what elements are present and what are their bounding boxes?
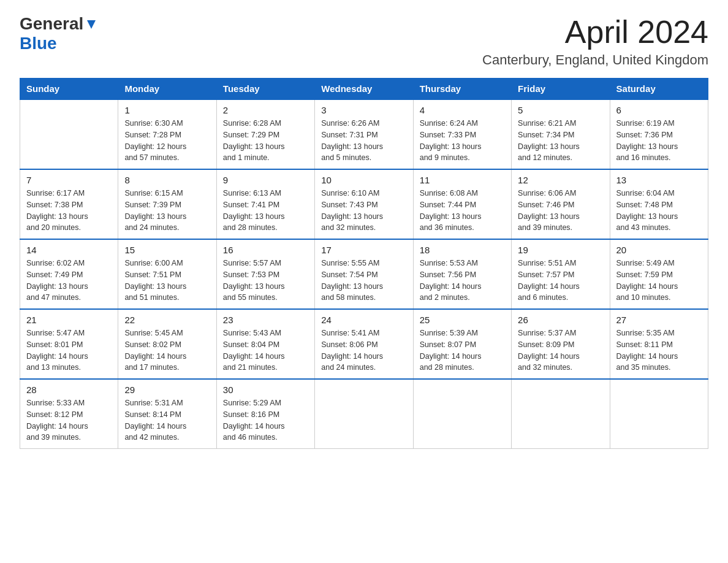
- day-info: Sunrise: 6:19 AM Sunset: 7:36 PM Dayligh…: [616, 118, 702, 164]
- day-info: Sunrise: 6:00 AM Sunset: 7:51 PM Dayligh…: [124, 258, 210, 304]
- day-number: 10: [321, 175, 406, 185]
- day-info: Sunrise: 5:47 AM Sunset: 8:01 PM Dayligh…: [26, 327, 112, 373]
- day-info: Sunrise: 6:06 AM Sunset: 7:46 PM Dayligh…: [518, 188, 603, 234]
- logo-general-text: General: [20, 15, 83, 34]
- calendar-cell: [610, 379, 708, 449]
- calendar-cell: 24Sunrise: 5:41 AM Sunset: 8:06 PM Dayli…: [315, 309, 413, 379]
- weekday-header-friday: Friday: [512, 79, 610, 100]
- day-info: Sunrise: 6:13 AM Sunset: 7:41 PM Dayligh…: [223, 188, 308, 234]
- calendar-header-row: SundayMondayTuesdayWednesdayThursdayFrid…: [20, 79, 708, 100]
- day-number: 21: [26, 315, 112, 325]
- calendar-cell: 28Sunrise: 5:33 AM Sunset: 8:12 PM Dayli…: [20, 379, 118, 449]
- calendar-cell: 22Sunrise: 5:45 AM Sunset: 8:02 PM Dayli…: [118, 309, 216, 379]
- calendar-cell: 25Sunrise: 5:39 AM Sunset: 8:07 PM Dayli…: [413, 309, 511, 379]
- calendar-cell: 29Sunrise: 5:31 AM Sunset: 8:14 PM Dayli…: [118, 379, 216, 449]
- calendar-cell: [20, 99, 118, 169]
- calendar-cell: 3Sunrise: 6:26 AM Sunset: 7:31 PM Daylig…: [315, 99, 413, 169]
- day-number: 25: [420, 315, 505, 325]
- day-number: 29: [124, 385, 210, 395]
- day-info: Sunrise: 5:35 AM Sunset: 8:11 PM Dayligh…: [616, 327, 702, 373]
- calendar-cell: 17Sunrise: 5:55 AM Sunset: 7:54 PM Dayli…: [315, 239, 413, 309]
- calendar-cell: 12Sunrise: 6:06 AM Sunset: 7:46 PM Dayli…: [512, 169, 610, 239]
- day-info: Sunrise: 5:33 AM Sunset: 8:12 PM Dayligh…: [26, 397, 112, 443]
- calendar-cell: 27Sunrise: 5:35 AM Sunset: 8:11 PM Dayli…: [610, 309, 708, 379]
- calendar-cell: 6Sunrise: 6:19 AM Sunset: 7:36 PM Daylig…: [610, 99, 708, 169]
- day-number: 19: [518, 245, 603, 255]
- calendar-cell: 10Sunrise: 6:10 AM Sunset: 7:43 PM Dayli…: [315, 169, 413, 239]
- day-number: 16: [223, 245, 308, 255]
- day-info: Sunrise: 6:26 AM Sunset: 7:31 PM Dayligh…: [321, 118, 406, 164]
- calendar-cell: 14Sunrise: 6:02 AM Sunset: 7:49 PM Dayli…: [20, 239, 118, 309]
- calendar-cell: 8Sunrise: 6:15 AM Sunset: 7:39 PM Daylig…: [118, 169, 216, 239]
- calendar-table: SundayMondayTuesdayWednesdayThursdayFrid…: [20, 78, 708, 449]
- calendar-cell: 16Sunrise: 5:57 AM Sunset: 7:53 PM Dayli…: [216, 239, 314, 309]
- calendar-cell: 4Sunrise: 6:24 AM Sunset: 7:33 PM Daylig…: [413, 99, 511, 169]
- day-info: Sunrise: 5:41 AM Sunset: 8:06 PM Dayligh…: [321, 327, 406, 373]
- day-number: 13: [616, 175, 702, 185]
- calendar-cell: 20Sunrise: 5:49 AM Sunset: 7:59 PM Dayli…: [610, 239, 708, 309]
- day-number: 27: [616, 315, 702, 325]
- week-row-2: 7Sunrise: 6:17 AM Sunset: 7:38 PM Daylig…: [20, 169, 708, 239]
- calendar-cell: 30Sunrise: 5:29 AM Sunset: 8:16 PM Dayli…: [216, 379, 314, 449]
- day-number: 5: [518, 105, 603, 115]
- weekday-header-sunday: Sunday: [20, 79, 118, 100]
- day-info: Sunrise: 6:04 AM Sunset: 7:48 PM Dayligh…: [616, 188, 702, 234]
- day-info: Sunrise: 6:02 AM Sunset: 7:49 PM Dayligh…: [26, 258, 112, 304]
- day-number: 14: [26, 245, 112, 255]
- day-number: 30: [223, 385, 308, 395]
- calendar-cell: 26Sunrise: 5:37 AM Sunset: 8:09 PM Dayli…: [512, 309, 610, 379]
- day-info: Sunrise: 5:45 AM Sunset: 8:02 PM Dayligh…: [124, 327, 210, 373]
- day-number: 15: [124, 245, 210, 255]
- day-info: Sunrise: 6:30 AM Sunset: 7:28 PM Dayligh…: [124, 118, 210, 164]
- day-info: Sunrise: 6:24 AM Sunset: 7:33 PM Dayligh…: [420, 118, 505, 164]
- week-row-3: 14Sunrise: 6:02 AM Sunset: 7:49 PM Dayli…: [20, 239, 708, 309]
- day-info: Sunrise: 6:10 AM Sunset: 7:43 PM Dayligh…: [321, 188, 406, 234]
- day-number: 11: [420, 175, 505, 185]
- day-number: 18: [420, 245, 505, 255]
- day-info: Sunrise: 6:08 AM Sunset: 7:44 PM Dayligh…: [420, 188, 505, 234]
- calendar-cell: [315, 379, 413, 449]
- calendar-cell: 5Sunrise: 6:21 AM Sunset: 7:34 PM Daylig…: [512, 99, 610, 169]
- day-number: 2: [223, 105, 308, 115]
- day-info: Sunrise: 5:43 AM Sunset: 8:04 PM Dayligh…: [223, 327, 308, 373]
- weekday-header-thursday: Thursday: [413, 79, 511, 100]
- day-number: 17: [321, 245, 406, 255]
- day-info: Sunrise: 5:39 AM Sunset: 8:07 PM Dayligh…: [420, 327, 505, 373]
- day-number: 9: [223, 175, 308, 185]
- logo-arrow-icon: [85, 18, 98, 31]
- day-number: 26: [518, 315, 603, 325]
- calendar-cell: 2Sunrise: 6:28 AM Sunset: 7:29 PM Daylig…: [216, 99, 314, 169]
- day-info: Sunrise: 6:21 AM Sunset: 7:34 PM Dayligh…: [518, 118, 603, 164]
- day-number: 4: [420, 105, 505, 115]
- calendar-cell: 13Sunrise: 6:04 AM Sunset: 7:48 PM Dayli…: [610, 169, 708, 239]
- day-info: Sunrise: 5:29 AM Sunset: 8:16 PM Dayligh…: [223, 397, 308, 443]
- day-info: Sunrise: 5:53 AM Sunset: 7:56 PM Dayligh…: [420, 258, 505, 304]
- week-row-1: 1Sunrise: 6:30 AM Sunset: 7:28 PM Daylig…: [20, 99, 708, 169]
- day-info: Sunrise: 5:37 AM Sunset: 8:09 PM Dayligh…: [518, 327, 603, 373]
- calendar-cell: 21Sunrise: 5:47 AM Sunset: 8:01 PM Dayli…: [20, 309, 118, 379]
- weekday-header-monday: Monday: [118, 79, 216, 100]
- calendar-cell: [512, 379, 610, 449]
- calendar-cell: 11Sunrise: 6:08 AM Sunset: 7:44 PM Dayli…: [413, 169, 511, 239]
- day-info: Sunrise: 5:49 AM Sunset: 7:59 PM Dayligh…: [616, 258, 702, 304]
- day-number: 1: [124, 105, 210, 115]
- day-info: Sunrise: 6:15 AM Sunset: 7:39 PM Dayligh…: [124, 188, 210, 234]
- weekday-header-tuesday: Tuesday: [216, 79, 314, 100]
- day-number: 22: [124, 315, 210, 325]
- day-number: 8: [124, 175, 210, 185]
- title-block: April 2024 Canterbury, England, United K…: [482, 15, 708, 68]
- week-row-4: 21Sunrise: 5:47 AM Sunset: 8:01 PM Dayli…: [20, 309, 708, 379]
- month-title: April 2024: [482, 15, 708, 50]
- location-title: Canterbury, England, United Kingdom: [482, 52, 708, 68]
- calendar-cell: 7Sunrise: 6:17 AM Sunset: 7:38 PM Daylig…: [20, 169, 118, 239]
- week-row-5: 28Sunrise: 5:33 AM Sunset: 8:12 PM Dayli…: [20, 379, 708, 449]
- page-header: General Blue April 2024 Canterbury, Engl…: [20, 15, 708, 68]
- calendar-cell: [413, 379, 511, 449]
- day-number: 23: [223, 315, 308, 325]
- svg-marker-0: [87, 20, 96, 29]
- logo-blue-text: Blue: [20, 34, 57, 53]
- day-number: 6: [616, 105, 702, 115]
- weekday-header-wednesday: Wednesday: [315, 79, 413, 100]
- day-info: Sunrise: 5:57 AM Sunset: 7:53 PM Dayligh…: [223, 258, 308, 304]
- day-number: 3: [321, 105, 406, 115]
